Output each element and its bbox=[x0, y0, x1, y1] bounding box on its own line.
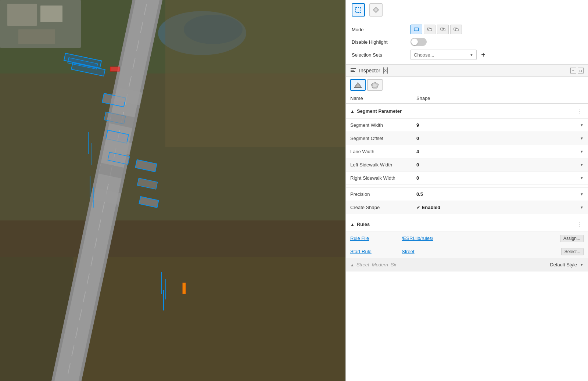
right-sidewalk-value[interactable]: 0 ▼ bbox=[416, 175, 584, 181]
segment-offset-value[interactable]: 0 ▼ bbox=[416, 136, 584, 141]
map-area[interactable] bbox=[0, 0, 345, 381]
rules-menu-icon[interactable]: ⋮ bbox=[577, 221, 584, 228]
svg-rect-32 bbox=[183, 283, 186, 294]
svg-rect-49 bbox=[351, 70, 354, 71]
table-header: Name Shape bbox=[346, 93, 588, 104]
mode-row: Mode bbox=[352, 25, 582, 34]
mode-btn-single[interactable] bbox=[410, 25, 422, 34]
top-toolbar bbox=[346, 0, 588, 20]
inspector-close-button[interactable]: × bbox=[383, 67, 388, 74]
start-rule-value[interactable]: Street bbox=[402, 249, 561, 254]
svg-rect-2 bbox=[7, 4, 37, 26]
svg-rect-42 bbox=[429, 29, 432, 31]
mode-btn-remove[interactable] bbox=[437, 25, 449, 34]
disable-highlight-toggle[interactable] bbox=[410, 38, 427, 46]
svg-rect-38 bbox=[356, 7, 361, 12]
style-arrow-icon[interactable]: ▼ bbox=[580, 263, 584, 267]
shape-tool-button[interactable] bbox=[369, 3, 383, 17]
mode-btn-add[interactable] bbox=[424, 25, 435, 34]
left-sidewalk-label: Left Sidewalk Width bbox=[350, 162, 416, 168]
segment-width-value[interactable]: 9 ▼ bbox=[416, 122, 584, 128]
controls-section: Mode Disable Highlight bbox=[346, 20, 588, 65]
svg-rect-40 bbox=[414, 28, 419, 31]
separator bbox=[346, 185, 588, 188]
left-sidewalk-arrow-icon[interactable]: ▼ bbox=[580, 163, 584, 167]
mode-btn-intersect[interactable] bbox=[450, 25, 462, 34]
svg-rect-3 bbox=[40, 6, 62, 22]
create-shape-row: Create Shape ✓ Enabled ▼ bbox=[346, 201, 588, 214]
right-sidewalk-arrow-icon[interactable]: ▼ bbox=[580, 176, 584, 180]
left-sidewalk-value[interactable]: 0 ▼ bbox=[416, 162, 584, 168]
inspector-panel: Inspector × − □ bbox=[346, 65, 588, 381]
style-chevron-icon: ▲ bbox=[350, 263, 354, 267]
lane-width-arrow-icon[interactable]: ▼ bbox=[580, 150, 584, 154]
style-row: ▲ Street_Modern_Sir Default Style ▼ bbox=[346, 258, 588, 272]
svg-marker-39 bbox=[373, 7, 379, 12]
right-sidewalk-row: Right Sidewalk Width 0 ▼ bbox=[346, 172, 588, 185]
selection-sets-dropdown[interactable]: Choose... ▼ bbox=[410, 50, 477, 60]
inspector-tab-segment[interactable] bbox=[350, 79, 366, 91]
create-shape-label: Create Shape bbox=[350, 205, 416, 210]
svg-rect-47 bbox=[455, 29, 458, 31]
precision-label: Precision bbox=[350, 191, 416, 197]
start-rule-select-button[interactable]: Select... bbox=[561, 248, 584, 255]
add-selection-set-button[interactable]: + bbox=[479, 50, 488, 59]
style-name: Street_Modern_Sir bbox=[356, 262, 397, 267]
svg-rect-8 bbox=[165, 0, 345, 147]
rule-file-row: Rule File /ESRI.lib/rules/ Assign... bbox=[346, 232, 588, 245]
create-shape-arrow-icon[interactable]: ▼ bbox=[580, 205, 584, 209]
rules-chevron-icon: ▲ bbox=[350, 222, 355, 227]
segment-width-row: Segment Width 9 ▼ bbox=[346, 119, 588, 132]
inspector-minimize-button[interactable]: − bbox=[570, 68, 576, 73]
rule-file-label[interactable]: Rule File bbox=[350, 236, 402, 241]
select-tool-button[interactable] bbox=[352, 3, 365, 17]
selection-sets-row: Selection Sets Choose... ▼ + bbox=[352, 50, 582, 60]
segment-offset-row: Segment Offset 0 ▼ bbox=[346, 132, 588, 145]
lane-width-row: Lane Width 4 ▼ bbox=[346, 145, 588, 158]
selection-sets-label: Selection Sets bbox=[352, 52, 410, 58]
inspector-title: Inspector bbox=[359, 68, 380, 73]
segment-parameter-title: Segment Parameter bbox=[357, 108, 577, 114]
segment-menu-icon[interactable]: ⋮ bbox=[577, 108, 584, 115]
right-sidewalk-label: Right Sidewalk Width bbox=[350, 175, 416, 181]
rules-title: Rules bbox=[357, 222, 577, 227]
inspector-content[interactable]: ▲ Segment Parameter ⋮ Segment Width 9 ▼ … bbox=[346, 104, 588, 381]
precision-value[interactable]: 0.5 ▼ bbox=[416, 191, 584, 197]
column-name: Name bbox=[350, 96, 416, 101]
rule-file-value[interactable]: /ESRI.lib/rules/ bbox=[402, 236, 560, 241]
disable-highlight-label: Disable Highlight bbox=[352, 39, 410, 45]
selection-sets-value: Choose... bbox=[414, 52, 434, 58]
segment-width-arrow-icon[interactable]: ▼ bbox=[580, 123, 584, 127]
inspector-tab-shape[interactable] bbox=[367, 79, 383, 91]
lane-width-value[interactable]: 4 ▼ bbox=[416, 149, 584, 154]
segment-parameter-section-header[interactable]: ▲ Segment Parameter ⋮ bbox=[346, 104, 588, 119]
inspector-window-controls: − □ bbox=[570, 68, 584, 73]
precision-arrow-icon[interactable]: ▼ bbox=[580, 192, 584, 196]
inspector-tabs bbox=[346, 77, 588, 93]
rule-file-assign-button[interactable]: Assign... bbox=[560, 235, 584, 242]
precision-row: Precision 0.5 ▼ bbox=[346, 188, 588, 201]
right-panel: Mode Disable Highlight bbox=[345, 0, 588, 381]
segment-width-label: Segment Width bbox=[350, 122, 416, 128]
start-rule-label[interactable]: Start Rule bbox=[350, 249, 402, 254]
svg-rect-10 bbox=[74, 257, 345, 381]
segment-offset-arrow-icon[interactable]: ▼ bbox=[580, 136, 584, 140]
svg-rect-4 bbox=[18, 29, 55, 44]
disable-highlight-row: Disable Highlight bbox=[352, 38, 582, 46]
left-sidewalk-row: Left Sidewalk Width 0 ▼ bbox=[346, 158, 588, 172]
inspector-maximize-button[interactable]: □ bbox=[578, 68, 584, 73]
svg-rect-50 bbox=[351, 71, 355, 72]
rules-section-header[interactable]: ▲ Rules ⋮ bbox=[346, 217, 588, 232]
inspector-header: Inspector × − □ bbox=[346, 65, 588, 77]
mode-label: Mode bbox=[352, 27, 410, 32]
lane-width-label: Lane Width bbox=[350, 149, 416, 154]
segment-offset-label: Segment Offset bbox=[350, 136, 416, 141]
inspector-icon bbox=[350, 68, 356, 73]
style-value: Default Style bbox=[550, 262, 577, 267]
style-value-container: Default Style ▼ bbox=[550, 262, 584, 267]
svg-rect-48 bbox=[351, 68, 356, 69]
create-shape-value[interactable]: ✓ Enabled ▼ bbox=[416, 205, 584, 210]
mode-buttons bbox=[410, 25, 462, 34]
svg-rect-17 bbox=[110, 67, 119, 71]
segment-chevron-icon: ▲ bbox=[350, 109, 355, 114]
